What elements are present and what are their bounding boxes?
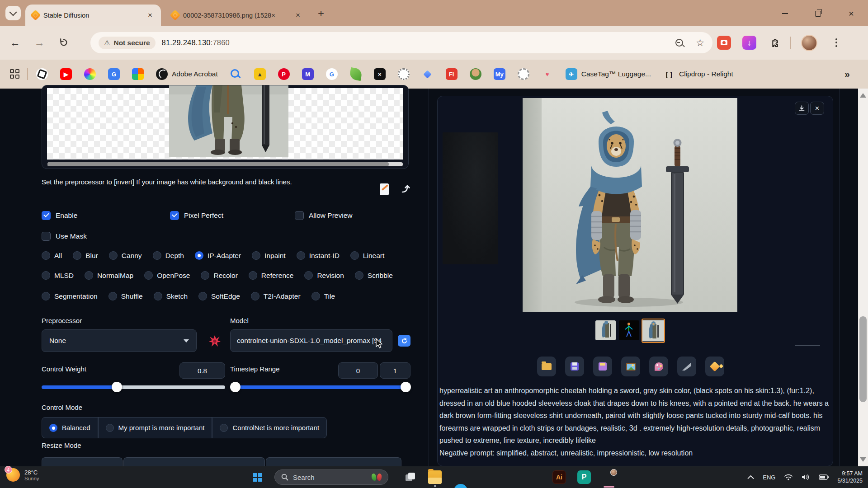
bookmark-youtube[interactable]: ▶ — [60, 68, 72, 80]
control-type-scribble[interactable]: Scribble — [355, 271, 393, 280]
open-folder-button[interactable] — [537, 357, 556, 376]
scrollbar-thumb[interactable] — [859, 316, 867, 402]
resize-mode-option[interactable] — [123, 457, 265, 467]
browser-menu-icon[interactable] — [831, 36, 842, 49]
weather-widget[interactable]: 4 28°C Sunny — [6, 468, 39, 482]
bookmark-search-q[interactable] — [230, 68, 242, 80]
control-weight-slider-handle[interactable] — [112, 382, 122, 392]
zoom-out-icon[interactable] — [675, 39, 683, 47]
bookmark-gemini[interactable] — [422, 68, 434, 80]
downloader-extension-icon[interactable]: ↓ — [742, 36, 756, 50]
bookmark-photos[interactable]: ▲ — [254, 68, 266, 80]
control-type-shuffle[interactable]: Shuffle — [108, 292, 143, 300]
control-type-all[interactable]: All — [42, 251, 62, 260]
taskbar-search[interactable]: Search — [274, 469, 388, 485]
address-bar[interactable]: ⚠ Not secure 81.29.248.130:7860 ☆ — [90, 32, 712, 53]
file-explorer-icon[interactable] — [428, 470, 442, 484]
tab-image-file[interactable]: 00002-3587310986.png (1528× × — [165, 5, 309, 26]
send-dimensions-icon[interactable] — [401, 184, 410, 196]
save-zip-button[interactable] — [593, 357, 612, 376]
browser-profile-avatar[interactable] — [801, 35, 817, 51]
close-image-button[interactable]: × — [810, 102, 824, 115]
timestep-max-handle[interactable] — [401, 382, 411, 392]
refresh-models-button[interactable] — [398, 335, 410, 347]
control-type-reference[interactable]: Reference — [249, 271, 294, 280]
thumbnail-2-openpose[interactable] — [619, 320, 639, 340]
horizontal-scrollbar[interactable] — [47, 162, 403, 166]
security-chip[interactable]: ⚠ Not secure — [99, 37, 156, 49]
bookmark-translate[interactable]: G — [108, 68, 120, 80]
bookmark-pinterest[interactable]: P — [278, 68, 290, 80]
palette-button[interactable] — [649, 357, 668, 376]
bookmark-heart[interactable]: ♥ — [542, 68, 553, 80]
bookmark-medium[interactable]: M — [302, 68, 314, 80]
window-minimize-button[interactable] — [778, 8, 791, 19]
timestep-min-value[interactable]: 0 — [338, 362, 378, 379]
window-restore-button[interactable] — [811, 8, 824, 19]
bookmark-globe[interactable]: Adobe Acrobat — [156, 68, 218, 80]
resize-mode-option[interactable] — [266, 457, 401, 467]
reload-button[interactable] — [56, 35, 71, 50]
control-type-ip-adapter[interactable]: IP-Adapter — [195, 251, 241, 260]
task-view-button[interactable] — [406, 473, 415, 482]
bookmark-my[interactable]: My — [494, 68, 505, 80]
bookmark-leaf[interactable] — [350, 68, 362, 80]
control-type-revision[interactable]: Revision — [304, 271, 344, 280]
download-image-button[interactable] — [795, 102, 809, 115]
checkbox-allow-preview[interactable]: Allow Preview — [295, 211, 352, 220]
preprocessor-dropdown[interactable]: None — [42, 329, 197, 352]
tab-stable-diffusion[interactable]: Stable Diffusion × — [25, 5, 161, 26]
bookmark-dxd[interactable]: × — [374, 68, 386, 80]
control-type-inpaint[interactable]: Inpaint — [252, 251, 286, 260]
thumbnail-1[interactable] — [595, 320, 616, 340]
volume-icon[interactable] — [802, 474, 810, 481]
telegram-icon[interactable] — [454, 484, 467, 488]
ruler-button[interactable] — [677, 357, 696, 376]
bookmark-google[interactable]: G — [326, 68, 338, 80]
bookmark-shutter[interactable] — [518, 68, 529, 80]
control-mode-balanced[interactable]: Balanced — [42, 417, 98, 438]
browser-scrollbar[interactable] — [858, 89, 868, 466]
control-type-recolor[interactable]: Recolor — [201, 271, 237, 280]
bookmark-casetag[interactable]: ✈CaseTag™ Luggage... — [566, 68, 651, 80]
control-type-softedge[interactable]: SoftEdge — [198, 292, 240, 300]
tray-expand-icon[interactable] — [747, 475, 754, 479]
control-type-openpose[interactable]: OpenPose — [144, 271, 190, 280]
control-weight-slider-track[interactable] — [117, 385, 225, 389]
tab-search-button[interactable] — [5, 6, 21, 20]
scroll-down-arrow[interactable] — [860, 457, 866, 462]
control-type-instant-id[interactable]: Instant-ID — [297, 251, 340, 260]
checkbox-enable[interactable]: Enable — [42, 211, 77, 220]
wifi-icon[interactable] — [784, 474, 793, 481]
bookmark-dotted[interactable] — [398, 68, 410, 80]
bookmark-star-icon[interactable]: ☆ — [696, 38, 704, 48]
bookmark-clipdrop[interactable]: [ ]Clipdrop - Relight — [663, 68, 733, 80]
close-tab-icon[interactable]: × — [293, 11, 302, 20]
control-type-tile[interactable]: Tile — [311, 292, 335, 300]
explosion-icon[interactable] — [209, 335, 221, 349]
forward-button[interactable]: → — [32, 35, 47, 50]
illustrator-icon[interactable]: Ai — [552, 470, 566, 484]
control-type-lineart[interactable]: Lineart — [350, 251, 384, 260]
model-input[interactable]: controlnet-union-SDXL-1.0_model_promax [… — [230, 329, 392, 352]
control-type-sketch[interactable]: Sketch — [154, 292, 188, 300]
timestep-max-value[interactable]: 1 — [380, 362, 410, 379]
control-mode-my-prompt-is-more-important[interactable]: My prompt is more important — [98, 417, 212, 438]
image-frame-button[interactable] — [621, 357, 640, 376]
control-type-normalmap[interactable]: NormalMap — [85, 271, 133, 280]
control-type-depth[interactable]: Depth — [153, 251, 184, 260]
bookmark-chatgpt[interactable] — [36, 68, 48, 80]
bookmark-color-grid[interactable] — [132, 68, 144, 80]
sparkles-button[interactable] — [705, 357, 724, 376]
battery-icon[interactable] — [819, 474, 829, 480]
control-weight-slider-fill[interactable] — [42, 385, 117, 389]
close-tab-icon[interactable]: × — [146, 11, 155, 20]
timestep-slider-track[interactable] — [230, 385, 410, 389]
bookmarks-overflow-icon[interactable]: » — [844, 69, 850, 80]
edit-note-icon[interactable] — [380, 183, 389, 195]
resize-mode-option[interactable] — [42, 457, 123, 467]
apps-grid-icon[interactable] — [10, 69, 20, 79]
language-indicator[interactable]: ENG — [763, 474, 775, 481]
bookmark-color-wheel[interactable] — [84, 68, 96, 80]
back-button[interactable]: ← — [7, 35, 23, 50]
